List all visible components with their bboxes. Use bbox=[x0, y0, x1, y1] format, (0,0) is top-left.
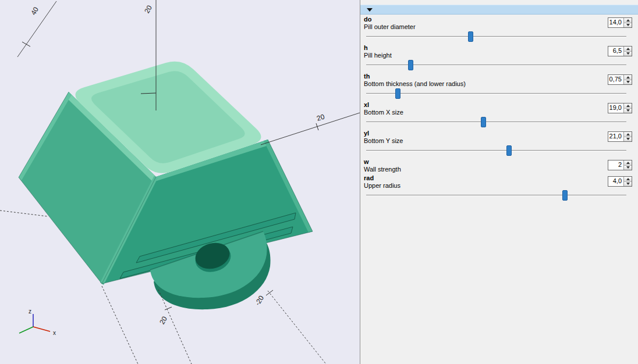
slider-groove bbox=[366, 195, 626, 196]
spinbox-value[interactable]: 6,5 bbox=[608, 47, 623, 56]
parameter-spinbox[interactable]: 21,0 bbox=[608, 131, 632, 142]
parameter-row: xl Bottom X size 19,0 bbox=[360, 100, 638, 129]
parameter-group-header[interactable] bbox=[360, 5, 638, 15]
spinbox-up-button[interactable] bbox=[624, 47, 632, 52]
parameter-name: w bbox=[364, 158, 632, 166]
parameter-name: do bbox=[364, 16, 632, 23]
parameter-description: Upper radius bbox=[364, 182, 632, 190]
parameter-description: Bottom X size bbox=[364, 109, 632, 116]
parameter-row: rad Upper radius 4,0 bbox=[360, 173, 638, 202]
parameter-list: do Pill outer diameter 14,0 h Pill heigh… bbox=[360, 15, 638, 202]
spinbox-buttons bbox=[623, 132, 632, 141]
slider-handle[interactable] bbox=[506, 145, 512, 156]
spinbox-buttons bbox=[623, 75, 632, 84]
spinbox-buttons bbox=[623, 18, 632, 27]
parameter-slider[interactable] bbox=[366, 190, 626, 202]
parameter-slider[interactable] bbox=[366, 145, 626, 157]
parameter-description: Bottom Y size bbox=[364, 137, 632, 145]
parameter-description: Wall strength bbox=[364, 166, 632, 173]
slider-handle[interactable] bbox=[468, 31, 473, 42]
slider-groove bbox=[366, 36, 626, 37]
parameter-spinbox[interactable]: 14,0 bbox=[608, 17, 632, 28]
parameter-spinbox[interactable]: 0,75 bbox=[608, 74, 632, 85]
spinbox-up-button[interactable] bbox=[624, 160, 632, 166]
spinbox-down-button[interactable] bbox=[624, 166, 632, 170]
parameter-row: do Pill outer diameter 14,0 bbox=[360, 15, 638, 43]
spinbox-value[interactable]: 19,0 bbox=[608, 104, 623, 113]
parameter-row: yl Bottom Y size 21,0 bbox=[360, 129, 638, 157]
parameter-row: th Bottom thickness (and lower radius) 0… bbox=[360, 72, 638, 100]
openscad-window: 40 20 20 -20 20 z x do Pill outer diamet… bbox=[0, 0, 638, 364]
spinbox-up-button[interactable] bbox=[624, 75, 632, 80]
spinbox-down-button[interactable] bbox=[624, 182, 632, 187]
spinbox-value[interactable]: 21,0 bbox=[608, 132, 623, 141]
parameter-slider[interactable] bbox=[366, 88, 626, 100]
parameter-spinbox[interactable]: 19,0 bbox=[608, 103, 632, 113]
parameter-slider[interactable] bbox=[366, 31, 626, 43]
triad-z-label: z bbox=[29, 308, 31, 315]
parameter-slider[interactable] bbox=[366, 59, 626, 72]
spinbox-down-button[interactable] bbox=[624, 137, 632, 142]
viewport-canvas[interactable]: 40 20 20 -20 20 z x bbox=[0, 0, 360, 364]
spinbox-value[interactable]: 4,0 bbox=[608, 177, 623, 186]
spinbox-buttons bbox=[623, 47, 632, 56]
parameter-name: th bbox=[364, 73, 632, 80]
spinbox-up-button[interactable] bbox=[624, 132, 632, 137]
spinbox-buttons bbox=[623, 177, 632, 186]
spinbox-up-button[interactable] bbox=[624, 104, 632, 109]
parameter-spinbox[interactable]: 6,5 bbox=[608, 46, 632, 56]
customizer-panel: do Pill outer diameter 14,0 h Pill heigh… bbox=[360, 0, 638, 364]
spinbox-down-button[interactable] bbox=[624, 80, 632, 85]
parameter-slider[interactable] bbox=[366, 116, 626, 129]
spinbox-down-button[interactable] bbox=[624, 52, 632, 56]
slider-handle[interactable] bbox=[481, 117, 486, 127]
slider-groove bbox=[366, 93, 626, 94]
slider-handle[interactable] bbox=[562, 190, 568, 201]
spinbox-down-button[interactable] bbox=[624, 23, 632, 28]
parameter-description: Pill outer diameter bbox=[364, 23, 632, 31]
parameter-description: Bottom thickness (and lower radius) bbox=[364, 80, 632, 88]
collapse-icon[interactable] bbox=[367, 8, 373, 12]
parameter-spinbox[interactable]: 4,0 bbox=[608, 176, 632, 187]
spinbox-down-button[interactable] bbox=[624, 109, 632, 113]
parameter-name: xl bbox=[364, 101, 632, 109]
triad-x-label: x bbox=[53, 330, 56, 336]
slider-handle[interactable] bbox=[408, 60, 413, 70]
parameter-spinbox[interactable]: 2 bbox=[608, 160, 632, 170]
parameter-name: yl bbox=[364, 130, 632, 137]
spinbox-up-button[interactable] bbox=[624, 18, 632, 23]
parameter-row: h Pill height 6,5 bbox=[360, 43, 638, 72]
parameter-row: w Wall strength 2 bbox=[360, 157, 638, 173]
spinbox-up-button[interactable] bbox=[624, 177, 632, 182]
parameter-description: Pill height bbox=[364, 52, 632, 59]
parameter-name: h bbox=[364, 44, 632, 52]
spinbox-value[interactable]: 0,75 bbox=[608, 75, 623, 84]
slider-groove bbox=[366, 150, 626, 151]
slider-handle[interactable] bbox=[395, 88, 400, 99]
spinbox-buttons bbox=[623, 160, 632, 170]
parameter-name: rad bbox=[364, 174, 632, 182]
slider-groove bbox=[366, 65, 626, 66]
spinbox-buttons bbox=[623, 104, 632, 113]
spinbox-value[interactable]: 14,0 bbox=[608, 18, 623, 27]
3d-viewport[interactable]: 40 20 20 -20 20 z x bbox=[0, 0, 360, 364]
spinbox-value[interactable]: 2 bbox=[608, 160, 623, 170]
slider-groove bbox=[366, 122, 626, 123]
